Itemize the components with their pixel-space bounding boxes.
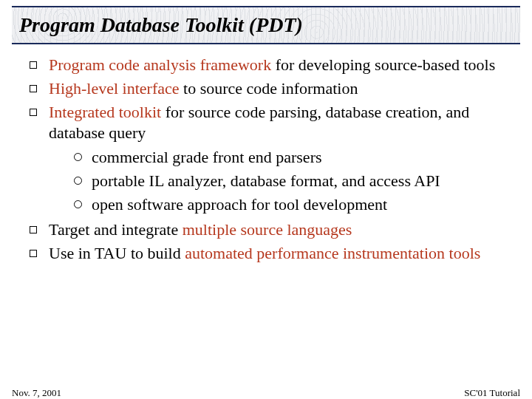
text: Target and integrate: [49, 220, 183, 239]
title-bar: Program Database Toolkit (PDT): [12, 6, 520, 44]
text: Use in TAU to build: [49, 244, 185, 262]
highlight: Integrated toolkit: [49, 103, 161, 121]
list-item: Target and integrate multiple source lan…: [30, 219, 510, 240]
list-item: Use in TAU to build automated performanc…: [30, 243, 510, 264]
footer-event: SC'01 Tutorial: [464, 387, 520, 399]
text: to source code information: [180, 79, 358, 98]
slide: Program Database Toolkit (PDT) Program c…: [0, 6, 532, 399]
highlight: multiple source languages: [183, 220, 352, 239]
footer: Nov. 7, 2001 SC'01 Tutorial: [0, 387, 532, 399]
highlight: High-level interface: [49, 79, 180, 98]
slide-title: Program Database Toolkit (PDT): [19, 13, 303, 37]
slide-body: Program code analysis framework for deve…: [0, 44, 532, 264]
highlight: automated performance instrumentation to…: [185, 244, 480, 262]
bullet-list: Program code analysis framework for deve…: [30, 55, 510, 264]
text: portable IL analyzer, database format, a…: [92, 171, 440, 190]
list-item: portable IL analyzer, database format, a…: [74, 171, 510, 191]
text: for developing source-based tools: [271, 55, 495, 74]
highlight: Program code analysis framework: [49, 55, 271, 74]
list-item: High-level interface to source code info…: [30, 78, 510, 99]
footer-date: Nov. 7, 2001: [12, 387, 61, 399]
text: commercial grade front end parsers: [92, 148, 322, 166]
list-item: commercial grade front end parsers: [74, 147, 510, 168]
list-item: Program code analysis framework for deve…: [30, 55, 510, 75]
sub-bullet-list: commercial grade front end parsers porta…: [49, 147, 510, 215]
list-item: open software approach for tool developm…: [74, 194, 510, 215]
list-item: Integrated toolkit for source code parsi…: [30, 102, 510, 215]
text: open software approach for tool developm…: [92, 195, 387, 214]
